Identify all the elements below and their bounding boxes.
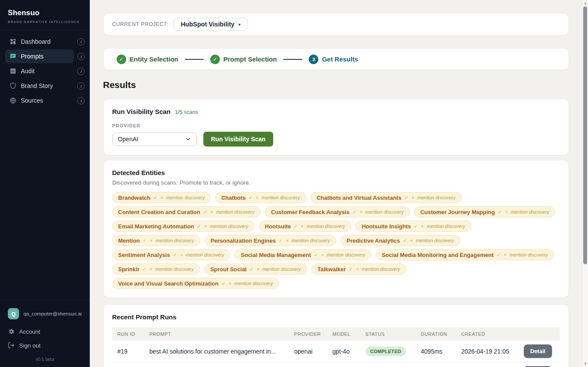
entity-name: Sprout Social bbox=[210, 266, 247, 273]
detail-button[interactable]: Detail bbox=[524, 344, 552, 358]
entity-tag: mention discovery bbox=[362, 266, 400, 272]
run-duration: 4095ms bbox=[421, 348, 461, 355]
detected-entities-card: Detected Entities Discovered during scan… bbox=[103, 160, 569, 298]
ignore-icon[interactable]: × bbox=[257, 267, 259, 272]
current-project-bar: CURRENT PROJECT: HubSpot Visibility ▾ bbox=[103, 13, 569, 36]
info-icon[interactable]: i bbox=[77, 97, 85, 104]
sidebar-item-sources[interactable]: Sources bbox=[5, 94, 74, 107]
step-prompt-selection[interactable]: ✓ Prompt Selection bbox=[210, 55, 277, 64]
entity-name: Personalization Engines bbox=[211, 237, 276, 244]
entity-tag: mention discovery bbox=[262, 266, 301, 272]
ignore-icon[interactable]: × bbox=[150, 267, 152, 272]
info-icon[interactable]: i bbox=[77, 68, 85, 75]
entity-pill: Content Creation and Curation✓×mention d… bbox=[112, 206, 261, 218]
promote-icon[interactable]: ✓ bbox=[498, 210, 502, 214]
scroll-down-arrow-icon[interactable]: ▼ bbox=[582, 362, 588, 366]
entity-name: Sprinklr bbox=[118, 266, 140, 273]
promote-icon[interactable]: ✓ bbox=[250, 267, 254, 272]
entity-name: Sentiment Analysis bbox=[118, 252, 170, 258]
ignore-icon[interactable]: × bbox=[180, 253, 183, 257]
ignore-icon[interactable]: × bbox=[421, 224, 424, 229]
account-link[interactable]: Account bbox=[0, 325, 90, 338]
run-created: 2026-04-19 21:05 bbox=[461, 348, 524, 355]
promote-icon[interactable]: ✓ bbox=[497, 253, 500, 257]
promote-icon[interactable]: ✓ bbox=[279, 238, 283, 243]
brand-tagline: BRAND NARRATIVE INTELLIGENCE bbox=[8, 20, 82, 24]
entity-tag: mention discovery bbox=[292, 238, 330, 243]
project-selector-button[interactable]: HubSpot Visibility ▾ bbox=[173, 18, 248, 31]
promote-icon[interactable]: ✓ bbox=[143, 238, 147, 243]
entity-pill: Social Media Management✓×mention discove… bbox=[235, 249, 371, 260]
user-row: Q qa_computer@shensuo.ai bbox=[0, 306, 90, 325]
entity-pill: Customer Feedback Analysis✓×mention disc… bbox=[265, 206, 410, 218]
sidebar-item-prompts[interactable]: Prompts bbox=[5, 49, 74, 63]
ignore-icon[interactable]: × bbox=[229, 281, 231, 286]
col-provider: PROVIDER bbox=[294, 331, 333, 337]
entity-name: Chatbots and Virtual Assistants bbox=[317, 195, 402, 201]
ignore-icon[interactable]: × bbox=[160, 195, 163, 200]
scrollbar-thumb[interactable] bbox=[583, 6, 587, 264]
ignore-icon[interactable]: × bbox=[505, 210, 507, 214]
promote-icon[interactable]: ✓ bbox=[314, 253, 318, 257]
entity-pill: Brandwatch✓×mention discovery bbox=[112, 192, 211, 203]
step-check-icon: ✓ bbox=[210, 55, 220, 64]
entity-pill: Talkwalker✓×mention discovery bbox=[311, 263, 406, 275]
entity-tag: mention discovery bbox=[155, 266, 194, 272]
ignore-icon[interactable]: × bbox=[204, 224, 207, 229]
ignore-icon[interactable]: × bbox=[321, 253, 323, 257]
ignore-icon[interactable]: × bbox=[356, 267, 359, 272]
sidebar-item-dashboard[interactable]: Dashboard bbox=[5, 35, 74, 49]
promote-icon[interactable]: ✓ bbox=[294, 224, 298, 229]
entity-tag: mention discovery bbox=[216, 209, 255, 214]
entity-pill: Sentiment Analysis✓×mention discovery bbox=[112, 249, 231, 260]
promote-icon[interactable]: ✓ bbox=[143, 267, 147, 272]
scroll-up-arrow-icon[interactable]: ▲ bbox=[582, 1, 588, 5]
step-entity-selection[interactable]: ✓ Entity Selection bbox=[117, 55, 179, 64]
promote-icon[interactable]: ✓ bbox=[197, 224, 201, 229]
info-icon[interactable]: i bbox=[77, 38, 85, 45]
promote-icon[interactable]: ✓ bbox=[405, 195, 408, 200]
caret-down-icon: ▾ bbox=[238, 22, 241, 27]
ignore-icon[interactable]: × bbox=[359, 210, 362, 214]
ignore-icon[interactable]: × bbox=[301, 224, 304, 229]
info-icon[interactable]: i bbox=[77, 53, 85, 60]
promote-icon[interactable]: ✓ bbox=[154, 195, 157, 200]
sidebar-item-audit[interactable]: Audit bbox=[5, 64, 74, 78]
promote-icon[interactable]: ✓ bbox=[414, 224, 418, 229]
ignore-icon[interactable]: × bbox=[210, 210, 213, 214]
ignore-icon[interactable]: × bbox=[503, 253, 506, 257]
promote-icon[interactable]: ✓ bbox=[203, 210, 207, 214]
ignore-icon[interactable]: × bbox=[256, 195, 258, 200]
provider-select[interactable]: OpenAI bbox=[112, 133, 196, 146]
step-label: Prompt Selection bbox=[223, 55, 277, 63]
signout-link[interactable]: Sign out bbox=[0, 338, 90, 352]
provider-value: OpenAI bbox=[118, 136, 138, 143]
scan-card-title: Run Visibility Scan bbox=[112, 108, 171, 115]
step-get-results[interactable]: 3 Get Results bbox=[309, 55, 358, 64]
table-row: #19 best AI solutions for customer engag… bbox=[112, 341, 560, 362]
promote-icon[interactable]: ✓ bbox=[353, 210, 356, 214]
promote-icon[interactable]: ✓ bbox=[249, 195, 253, 200]
promote-icon[interactable]: ✓ bbox=[173, 253, 177, 257]
main-content: CURRENT PROJECT: HubSpot Visibility ▾ ✓ … bbox=[90, 0, 582, 367]
avatar: Q bbox=[8, 308, 19, 319]
globe-icon bbox=[10, 97, 16, 104]
col-status: STATUS bbox=[366, 331, 421, 337]
ignore-icon[interactable]: × bbox=[410, 238, 413, 243]
promote-icon[interactable]: ✓ bbox=[403, 238, 407, 243]
brand-name: Shensuo bbox=[8, 9, 82, 17]
run-visibility-scan-button[interactable]: Run Visibility Scan bbox=[203, 132, 274, 146]
entity-tag: mention discovery bbox=[186, 252, 225, 257]
recent-prompt-runs-card: Recent Prompt Runs RUN ID PROMPT PROVIDE… bbox=[103, 304, 569, 367]
step-connector bbox=[185, 59, 204, 60]
ignore-icon[interactable]: × bbox=[150, 238, 153, 243]
ignore-icon[interactable]: × bbox=[286, 238, 288, 243]
entity-tag: mention discovery bbox=[510, 252, 548, 257]
run-scan-card: Run Visibility Scan 1/5 scans PROVIDER O… bbox=[103, 99, 569, 156]
sidebar-item-brand-story[interactable]: Brand Story bbox=[5, 79, 74, 93]
entity-name: Predictive Analytics bbox=[346, 237, 400, 244]
promote-icon[interactable]: ✓ bbox=[222, 281, 225, 286]
promote-icon[interactable]: ✓ bbox=[349, 267, 353, 272]
ignore-icon[interactable]: × bbox=[412, 195, 414, 200]
info-icon[interactable]: i bbox=[77, 82, 85, 90]
